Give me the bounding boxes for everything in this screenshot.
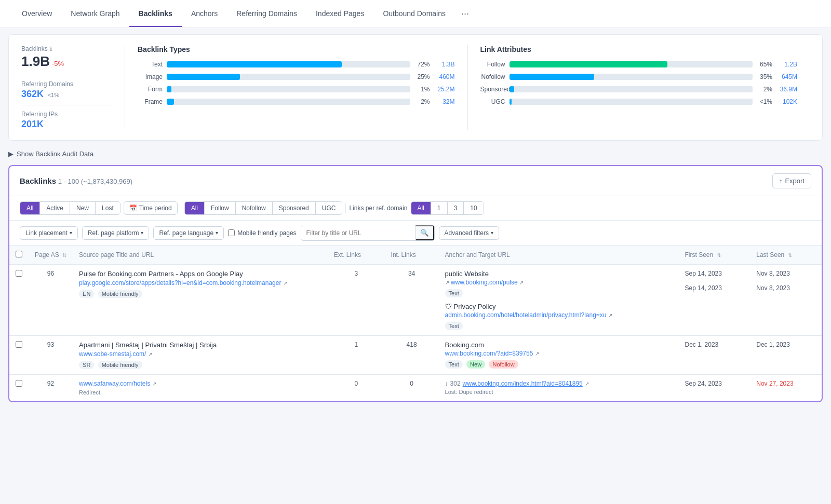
link-type-follow[interactable]: Follow	[205, 202, 236, 214]
link-attributes-title: Link Attributes	[480, 45, 798, 53]
table-row: 96 Pulse for Booking.com Partners - Apps…	[9, 265, 822, 336]
table-header: Backlinks 1 - 100 (~1,873,430,969) ↑ Exp…	[9, 166, 822, 196]
col-last-seen[interactable]: Last Seen ⇅	[750, 246, 822, 265]
bar-fill	[167, 99, 174, 105]
row-page-as-2: 93	[29, 336, 73, 375]
badge-new-1: New	[466, 360, 485, 369]
ref-page-language-dropdown[interactable]: Ref. page language ▾	[153, 226, 224, 240]
search-box: 🔍	[301, 225, 435, 241]
nav-network-graph[interactable]: Network Graph	[61, 1, 129, 27]
lost-label: Lost: Dupe redirect	[445, 389, 673, 395]
bar-track	[510, 61, 753, 67]
nav-more-button[interactable]: ···	[455, 0, 475, 28]
source-url-2[interactable]: www.sobe-smestaj.com/ ↗	[79, 350, 321, 358]
nav-backlinks[interactable]: Backlinks	[129, 1, 182, 27]
row-anchor-3: ↓ 302 www.booking.com/index.html?aid=804…	[439, 375, 679, 401]
col-anchor: Anchor and Target URL	[439, 246, 679, 265]
time-period-button[interactable]: 📅 Time period	[124, 201, 178, 215]
link-type-sponsored[interactable]: Sponsored	[273, 202, 316, 214]
sort-icon-last-seen: ⇅	[788, 252, 792, 258]
status-filter-active[interactable]: Active	[40, 202, 70, 214]
bar-pct: 65%	[757, 61, 772, 68]
row-source-3: www.safarway.com/hotels ↗ Redirect	[73, 375, 328, 401]
external-icon-anchor: ↗	[445, 280, 449, 285]
nav-outbound-domains[interactable]: Outbound Domains	[373, 1, 455, 27]
select-all-checkbox[interactable]	[16, 251, 22, 257]
bar-label: Nofollow	[480, 73, 505, 80]
row-checkbox-2[interactable]	[16, 341, 22, 348]
links-per-ref-3[interactable]: 3	[448, 202, 464, 214]
bar-track	[167, 61, 410, 67]
row-last-seen: Nov 8, 2023Nov 8, 2023	[750, 265, 822, 336]
export-button[interactable]: ↑ Export	[772, 173, 811, 188]
nav-referring-domains[interactable]: Referring Domains	[227, 1, 306, 27]
anchor-url-3[interactable]: www.booking.com/?aid=839755 ↗	[445, 350, 673, 357]
advanced-filters-button[interactable]: Advanced filters ▾	[439, 226, 499, 240]
status-filter-all[interactable]: All	[20, 202, 40, 214]
row-first-seen: Sep 14, 2023Sep 14, 2023	[679, 265, 750, 336]
link-type-ugc[interactable]: UGC	[316, 202, 342, 214]
status-filter-lost[interactable]: Lost	[96, 202, 120, 214]
anchor-item-1: public Website ↗ www.booking.com/pulse ↗…	[445, 270, 673, 297]
status-filter-new[interactable]: New	[70, 202, 96, 214]
source-url[interactable]: play.google.com/store/apps/details?hl=en…	[79, 279, 321, 287]
col-int-links: Int. Links	[385, 246, 439, 265]
mobile-friendly-checkbox[interactable]	[228, 229, 235, 236]
links-per-ref-10[interactable]: 10	[464, 202, 483, 214]
nav-overview[interactable]: Overview	[12, 1, 61, 27]
referring-domains-label: Referring Domains	[21, 80, 112, 88]
bar-fill	[510, 74, 595, 80]
anchor-url-1[interactable]: ↗ www.booking.com/pulse ↗	[445, 279, 673, 286]
link-type-nofollow[interactable]: Nofollow	[236, 202, 273, 214]
bar-label: Form	[138, 86, 163, 93]
bar-pct: 35%	[757, 73, 772, 80]
bar-count: 25.2M	[434, 86, 455, 93]
row-checkbox-3[interactable]	[16, 380, 22, 387]
ref-page-platform-dropdown[interactable]: Ref. page platform ▾	[82, 226, 150, 240]
link-placement-dropdown[interactable]: Link placement ▾	[20, 226, 78, 240]
row-source-2: Apartmani | Smeštaj | Privatni Smeštaj |…	[73, 336, 328, 375]
external-link-icon-anchor: ↗	[519, 280, 524, 285]
chevron-down-icon: ▾	[70, 230, 72, 236]
col-source: Source page Title and URL	[73, 246, 328, 265]
arrow-down-icon: ↓	[445, 380, 448, 387]
row-checkbox[interactable]	[16, 270, 22, 277]
nav-anchors[interactable]: Anchors	[182, 1, 227, 27]
row-page-as: 96	[29, 265, 73, 336]
badge-text-2: Text	[445, 322, 463, 330]
col-checkbox	[9, 246, 29, 265]
row-first-seen-3: Sep 24, 2023	[679, 375, 750, 401]
external-link-icon-4: ↗	[535, 351, 539, 357]
badge-nofollow-1: Nofollow	[489, 360, 518, 369]
search-input[interactable]	[301, 227, 416, 239]
row-anchor-2: Booking.com www.booking.com/?aid=839755 …	[439, 336, 679, 375]
bar-track	[510, 99, 753, 105]
row-int-links-2: 418	[385, 336, 439, 375]
backlinks-table: Page AS ⇅ Source page Title and URL Ext.…	[9, 246, 822, 401]
anchor-url-2[interactable]: admin.booking.com/hotel/hoteladmin/priva…	[445, 311, 673, 319]
nav-indexed-pages[interactable]: Indexed Pages	[306, 1, 373, 27]
audit-toggle[interactable]: ▶ Show Backlink Audit Data	[8, 147, 823, 161]
bar-row: Sponsored 2% 36.9M	[480, 86, 798, 93]
external-link-icon-5: ↗	[152, 381, 156, 387]
info-icon: ℹ	[50, 46, 52, 52]
summary-metrics: Backlinks ℹ 1.9B-5% Referring Domains 36…	[21, 45, 125, 130]
chevron-down-icon-4: ▾	[491, 230, 493, 236]
table-row: 93 Apartmani | Smeštaj | Privatni Smešta…	[9, 336, 822, 375]
search-button[interactable]: 🔍	[416, 225, 434, 240]
source-redirect-label: Redirect	[79, 389, 321, 396]
col-first-seen[interactable]: First Seen ⇅	[679, 246, 750, 265]
table-row: 92 www.safarway.com/hotels ↗ Redirect 0 …	[9, 375, 822, 401]
filter-bar-2: Link placement ▾ Ref. page platform ▾ Re…	[9, 221, 822, 246]
external-link-icon-3: ↗	[148, 351, 152, 357]
shield-icon: 🛡	[445, 303, 452, 310]
links-per-ref-1[interactable]: 1	[431, 202, 448, 214]
links-per-ref-all[interactable]: All	[411, 202, 431, 214]
mobile-friendly-filter[interactable]: Mobile friendly pages	[228, 229, 296, 237]
source-url-3[interactable]: www.safarway.com/hotels ↗	[79, 380, 321, 387]
table-header-row: Page AS ⇅ Source page Title and URL Ext.…	[9, 246, 822, 265]
badge-text-3: Text	[445, 360, 463, 369]
link-type-all[interactable]: All	[185, 202, 205, 214]
table-title: Backlinks 1 - 100 (~1,873,430,969)	[20, 176, 132, 185]
bar-pct: 2%	[757, 86, 772, 93]
